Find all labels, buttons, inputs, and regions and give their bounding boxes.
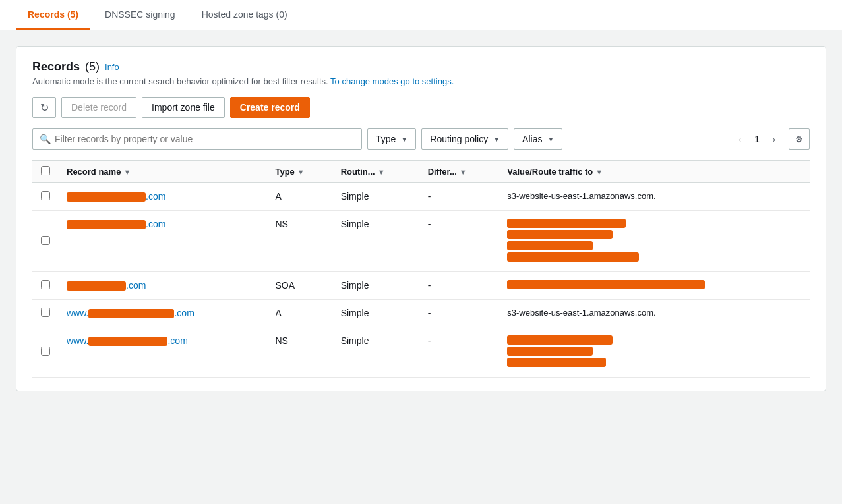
row-checkbox[interactable]: [41, 347, 50, 356]
record-value-cell: [499, 327, 810, 378]
row-checkbox-cell: [32, 272, 59, 300]
settings-link[interactable]: To change modes go to settings.: [330, 76, 454, 86]
record-value-cell: [499, 272, 810, 300]
record-differ-cell: -: [420, 272, 500, 300]
record-type-cell: A: [267, 300, 332, 327]
sort-icon: ▼: [297, 168, 305, 176]
table-header-row: Record name ▼ Type ▼ Routin... ▼: [32, 161, 810, 183]
chevron-down-icon: ▼: [547, 136, 554, 143]
record-value-cell: [499, 211, 810, 272]
record-name-link[interactable]: www..com: [67, 335, 188, 346]
row-checkbox[interactable]: [41, 191, 50, 200]
record-name-cell: www..com: [59, 327, 267, 378]
record-routing-cell: Simple: [333, 183, 420, 211]
redacted-value: [507, 347, 593, 356]
panel-title-row: Records (5) Info: [32, 60, 810, 74]
col-differ: Differ... ▼: [420, 161, 500, 183]
tab-hosted-zone-tags[interactable]: Hosted zone tags (0): [190, 0, 299, 30]
redacted-value: [507, 335, 613, 345]
record-type-cell: NS: [267, 327, 332, 378]
record-differ-cell: -: [420, 300, 500, 327]
redacted-name: [88, 309, 174, 318]
redacted-value: [507, 280, 705, 289]
col-value: Value/Route traffic to ▼: [499, 161, 810, 183]
record-differ-cell: -: [420, 211, 500, 272]
sort-icon: ▼: [123, 168, 131, 176]
chevron-down-icon: ▼: [401, 136, 407, 143]
records-table: Record name ▼ Type ▼ Routin... ▼: [32, 160, 810, 378]
record-type-cell: NS: [267, 211, 332, 272]
pagination: ‹ 1 ›: [731, 130, 783, 148]
toolbar: ↻ Delete record Import zone file Create …: [32, 97, 810, 118]
search-icon: 🔍: [40, 134, 51, 144]
record-name-link[interactable]: www..com: [67, 308, 195, 318]
tabs-bar: Records (5) DNSSEC signing Hosted zone t…: [0, 0, 842, 30]
redacted-value: [507, 358, 606, 367]
tab-records[interactable]: Records (5): [16, 0, 90, 30]
select-all-col: [32, 161, 59, 183]
row-checkbox-cell: [32, 183, 59, 211]
main-content: Records (5) Info Automatic mode is the c…: [0, 30, 842, 407]
record-value-cell: s3-website-us-east-1.amazonaws.com.: [499, 300, 810, 327]
panel-title: Records: [32, 60, 80, 74]
refresh-button[interactable]: ↻: [32, 97, 56, 118]
panel-count: (5): [85, 60, 100, 74]
table-row: www..comASimple-s3-website-us-east-1.ama…: [32, 300, 810, 327]
redacted-name: [88, 337, 167, 346]
record-value-cell: s3-website-us-east-1.amazonaws.com.: [499, 183, 810, 211]
info-link[interactable]: Info: [105, 62, 119, 72]
record-name-link[interactable]: .com: [67, 191, 165, 202]
record-name-cell: .com: [59, 211, 267, 272]
create-record-button[interactable]: Create record: [230, 97, 310, 118]
record-name-link[interactable]: .com: [67, 219, 165, 229]
record-name-cell: .com: [59, 272, 267, 300]
next-page-button[interactable]: ›: [765, 130, 783, 148]
row-checkbox-cell: [32, 300, 59, 327]
records-panel: Records (5) Info Automatic mode is the c…: [16, 46, 826, 391]
record-name-cell: www..com: [59, 300, 267, 327]
row-checkbox[interactable]: [41, 308, 50, 317]
row-checkbox[interactable]: [41, 280, 50, 289]
record-type-cell: A: [267, 183, 332, 211]
record-name-cell: .com: [59, 183, 267, 211]
redacted-name: [67, 281, 126, 291]
select-all-checkbox[interactable]: [41, 166, 50, 175]
record-differ-cell: -: [420, 183, 500, 211]
alias-dropdown[interactable]: Alias ▼: [514, 128, 562, 150]
sort-icon: ▼: [460, 168, 467, 176]
redacted-name: [67, 220, 146, 229]
redacted-value: [507, 219, 626, 228]
redacted-value: [507, 252, 639, 262]
table-settings-button[interactable]: ⚙: [789, 128, 810, 150]
page-number: 1: [752, 134, 762, 144]
table-row: www..comNSSimple-: [32, 327, 810, 378]
sort-icon: ▼: [378, 168, 385, 176]
routing-policy-dropdown[interactable]: Routing policy ▼: [421, 128, 508, 150]
delete-record-button[interactable]: Delete record: [61, 97, 136, 118]
panel-subtitle: Automatic mode is the current search beh…: [32, 76, 810, 86]
filter-row: 🔍 Type ▼ Routing policy ▼ Alias ▼ ‹ 1 ›: [32, 128, 810, 150]
record-type-cell: SOA: [267, 272, 332, 300]
record-name-link[interactable]: .com: [67, 280, 146, 291]
import-zone-file-button[interactable]: Import zone file: [142, 97, 225, 118]
row-checkbox[interactable]: [41, 236, 50, 245]
row-checkbox-cell: [32, 211, 59, 272]
search-input[interactable]: [55, 134, 355, 144]
col-type: Type ▼: [267, 161, 332, 183]
redacted-value: [507, 230, 613, 239]
tab-dnssec[interactable]: DNSSEC signing: [93, 0, 187, 30]
type-dropdown[interactable]: Type ▼: [367, 128, 416, 150]
table-row: .comSOASimple-: [32, 272, 810, 300]
redacted-name: [67, 192, 146, 202]
col-record-name: Record name ▼: [59, 161, 267, 183]
table-row: .comASimple-s3-website-us-east-1.amazona…: [32, 183, 810, 211]
gear-icon: ⚙: [795, 134, 803, 144]
record-routing-cell: Simple: [333, 272, 420, 300]
record-routing-cell: Simple: [333, 300, 420, 327]
col-routing: Routin... ▼: [333, 161, 420, 183]
record-routing-cell: Simple: [333, 327, 420, 378]
prev-page-button[interactable]: ‹: [731, 130, 749, 148]
redacted-value: [507, 241, 593, 250]
row-checkbox-cell: [32, 327, 59, 378]
record-routing-cell: Simple: [333, 211, 420, 272]
